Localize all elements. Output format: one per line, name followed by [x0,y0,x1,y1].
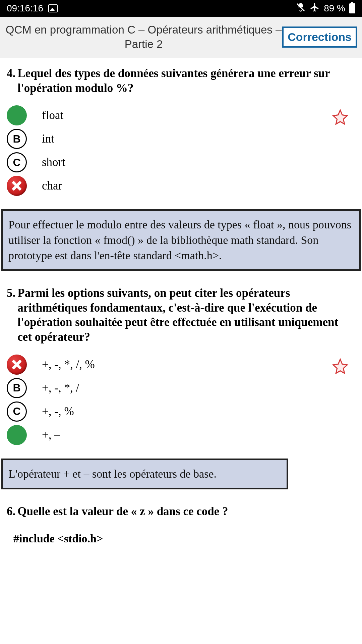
airplane-icon [310,2,320,15]
bookmark-star-icon[interactable] [332,358,349,375]
question-number: 4. [7,66,15,96]
wrong-indicator-icon [7,355,27,375]
answer-option[interactable]: C +, -, % [7,401,355,422]
content: 4. Lequel des types de données suivantes… [0,58,362,545]
answer-option[interactable]: +, – [7,425,355,445]
question-5: 5. Parmi les options suivants, on peut c… [0,278,362,348]
answer-label: +, -, *, / [42,381,79,395]
explanation-box: L'opérateur + et – sont les opérateurs d… [1,459,288,489]
question-body: Parmi les options suivants, on peut cite… [17,286,355,344]
battery-icon [349,3,355,13]
question-text: 6. Quelle est la valeur de « z » dans ce… [7,504,355,519]
status-bar: 09:16:16 89 % [0,0,362,17]
answer-label: +, -, *, /, % [42,358,95,371]
correct-indicator-icon [7,425,27,445]
option-letter: B [7,378,27,398]
answer-label: short [42,156,65,169]
question-body: Quelle est la valeur de « z » dans ce co… [17,504,228,519]
answer-label: char [42,179,62,193]
picture-icon [48,4,58,12]
answer-option[interactable]: B int [7,129,355,149]
mute-icon [296,2,306,15]
answers-q5: +, -, *, /, % B +, -, *, / C +, -, % +, … [0,348,362,455]
status-right: 89 % [296,2,355,15]
question-4: 4. Lequel des types de données suivantes… [0,58,362,99]
question-text: 4. Lequel des types de données suivantes… [7,66,355,96]
question-text: 5. Parmi les options suivants, on peut c… [7,286,355,344]
app-header: QCM en programmation C – Opérateurs arit… [0,17,362,58]
answer-option[interactable]: float [7,105,355,125]
page-title: QCM en programmation C – Opérateurs arit… [5,23,282,52]
answer-label: +, – [42,428,60,442]
answer-option[interactable]: B +, -, *, / [7,378,355,398]
answer-option[interactable]: char [7,176,355,196]
answer-option[interactable]: C short [7,152,355,172]
question-number: 6. [7,504,15,519]
question-body: Lequel des types de données suivantes gé… [17,66,355,96]
answer-label: +, -, % [42,405,74,418]
battery-percent: 89 % [324,3,345,14]
explanation-box: Pour effectuer le modulo entre des valeu… [1,209,361,271]
option-letter: C [7,401,27,422]
answer-label: int [42,132,54,146]
wrong-indicator-icon [7,176,27,196]
corrections-button[interactable]: Corrections [282,26,357,48]
option-letter: B [7,129,27,149]
answer-label: float [42,109,63,122]
clock: 09:16:16 [7,3,43,14]
bookmark-star-icon[interactable] [332,109,349,125]
status-left: 09:16:16 [7,3,58,14]
question-number: 5. [7,286,15,344]
question-6: 6. Quelle est la valeur de « z » dans ce… [0,496,362,522]
correct-indicator-icon [7,105,27,125]
answers-q4: float B int C short char [0,99,362,206]
answer-option[interactable]: +, -, *, /, % [7,355,355,375]
option-letter: C [7,152,27,172]
code-snippet: #include <stdio.h> [0,522,362,545]
